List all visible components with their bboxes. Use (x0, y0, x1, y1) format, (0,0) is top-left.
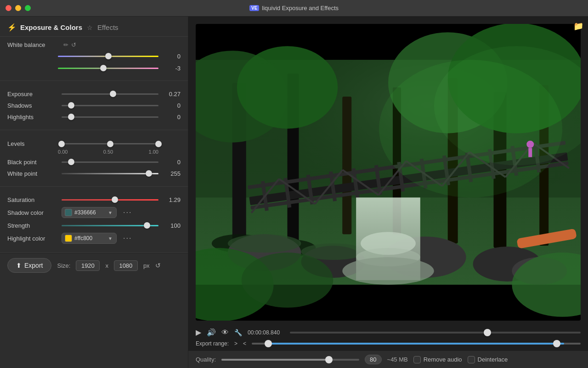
black-point-value: 0 (162, 159, 181, 166)
svg-point-13 (237, 46, 338, 129)
strength-thumb[interactable] (144, 222, 150, 229)
export-bar: ⬆ Export Size: x px ↺ (0, 253, 188, 277)
maximize-button[interactable] (25, 5, 31, 11)
exposure-thumb[interactable] (110, 91, 116, 97)
forest-scene-svg (196, 24, 581, 321)
saturation-slider[interactable] (62, 196, 158, 204)
panel-header: ⚡ Exposure & Colors ☆ Effects (0, 17, 188, 37)
black-point-thumb[interactable] (68, 159, 74, 165)
white-point-slider[interactable] (62, 169, 158, 178)
shadow-color-value: #336666 (74, 209, 96, 216)
quality-thumb[interactable] (325, 356, 333, 363)
highlight-color-dropdown[interactable]: #ffc800 ▼ (62, 233, 117, 244)
dropdown-arrow-icon: ▼ (108, 210, 113, 215)
levels-thumb-left[interactable] (58, 141, 65, 147)
exposure-slider[interactable] (62, 90, 158, 98)
range-arrow-left-icon[interactable]: < (243, 340, 246, 347)
highlight-color-row: Highlight color #ffc800 ▼ ··· (7, 233, 181, 244)
timecode: 00:00:08.840 (248, 329, 284, 336)
main-layout: ⚡ Exposure & Colors ☆ Effects White bala… (0, 17, 588, 368)
shadows-slider[interactable] (62, 101, 158, 109)
window-buttons[interactable] (6, 5, 31, 11)
wb-thumb1[interactable] (105, 53, 112, 59)
wb-slider1[interactable] (58, 52, 158, 60)
levels-track[interactable] (62, 143, 158, 144)
volume-icon[interactable]: 🔊 (207, 328, 216, 337)
highlight-color-more-button[interactable]: ··· (120, 233, 135, 243)
remove-audio-checkbox[interactable]: Remove audio (413, 356, 462, 363)
quality-track[interactable] (221, 359, 359, 361)
close-button[interactable] (6, 5, 11, 11)
highlights-track (62, 116, 158, 118)
shadow-color-row: Shadow color #336666 ▼ ··· (7, 207, 181, 218)
wb-value2: -3 (162, 65, 181, 72)
white-point-label: White point (7, 170, 58, 177)
minimize-button[interactable] (15, 5, 21, 11)
highlights-slider[interactable] (62, 113, 158, 121)
star-icon[interactable]: ☆ (87, 24, 93, 31)
svg-point-58 (242, 253, 334, 308)
shadows-value: 0 (162, 102, 181, 109)
remove-audio-check-box[interactable] (413, 356, 421, 363)
strength-value: 100 (162, 222, 181, 229)
effects-tab[interactable]: Effects (97, 23, 119, 31)
size-x-sep: x (105, 262, 108, 269)
wb-thumb2[interactable] (100, 65, 107, 71)
strength-slider[interactable] (62, 221, 158, 230)
black-point-slider[interactable] (62, 158, 158, 166)
export-icon: ⬆ (16, 262, 22, 269)
shadows-track (62, 105, 158, 106)
window-title: VE liquivid Exposure and Effects (249, 5, 339, 12)
play-button[interactable]: ▶ (196, 328, 201, 337)
refresh-icon[interactable]: ↺ (155, 262, 161, 269)
levels-thumb-mid[interactable] (107, 141, 113, 147)
range-thumb-left[interactable] (265, 340, 272, 347)
highlight-dropdown-arrow-icon: ▼ (108, 236, 113, 241)
wb-slider1-row: 0 (7, 52, 181, 60)
range-thumb-right[interactable] (553, 340, 560, 347)
export-button[interactable]: ⬆ Export (7, 258, 51, 273)
width-input[interactable] (76, 260, 100, 271)
svg-point-54 (342, 257, 434, 285)
folder-button[interactable]: 📁 (573, 21, 583, 31)
height-input[interactable] (114, 260, 138, 271)
timeline-track[interactable] (290, 332, 581, 334)
svg-rect-5 (342, 97, 351, 234)
shadows-thumb[interactable] (68, 102, 74, 109)
shadows-label: Shadows (7, 102, 58, 109)
range-arrow-right-icon[interactable]: > (234, 340, 237, 347)
quality-bar: Quality: 80 ~45 MB Remove audio Deinterl… (188, 351, 588, 368)
quality-label: Quality: (196, 356, 216, 363)
levels-thumb-right[interactable] (155, 141, 162, 147)
strength-row: Strength 100 (7, 221, 181, 230)
black-point-row: Black point 0 (7, 158, 181, 166)
titlebar: VE liquivid Exposure and Effects (0, 0, 588, 17)
video-frame (196, 24, 581, 321)
range-track[interactable] (252, 343, 581, 345)
highlights-row: Highlights 0 (7, 113, 181, 121)
wb-value1: 0 (162, 53, 181, 60)
wb-slider2[interactable] (58, 64, 158, 72)
eyedropper-icon[interactable]: ✏ (63, 41, 68, 48)
eye-icon[interactable]: 👁 (221, 328, 229, 337)
levels-mid-value: 0.50 (103, 149, 113, 155)
sliders-icon: ⚡ (7, 23, 17, 32)
highlight-color-label: Highlight color (7, 235, 58, 242)
wb-icons: ✏ ↺ (63, 41, 76, 48)
deinterlace-check-box[interactable] (468, 356, 475, 363)
shadow-color-dropdown[interactable]: #336666 ▼ (62, 207, 117, 218)
highlights-thumb[interactable] (68, 114, 74, 120)
deinterlace-checkbox[interactable]: Deinterlace (468, 356, 508, 363)
exposure-row: Exposure 0.27 (7, 90, 181, 98)
panel-title: Exposure & Colors (20, 23, 82, 31)
remove-audio-label: Remove audio (424, 356, 462, 363)
shadow-color-more-button[interactable]: ··· (120, 207, 135, 218)
deinterlace-label: Deinterlace (478, 356, 508, 363)
wrench-icon[interactable]: 🔧 (234, 329, 242, 336)
white-point-thumb[interactable] (146, 170, 152, 177)
export-range-bar: Export range: > < (188, 339, 588, 351)
reset-icon[interactable]: ↺ (71, 41, 76, 48)
black-point-track (62, 161, 158, 163)
timeline-thumb[interactable] (484, 329, 491, 336)
saturation-thumb[interactable] (112, 196, 118, 203)
